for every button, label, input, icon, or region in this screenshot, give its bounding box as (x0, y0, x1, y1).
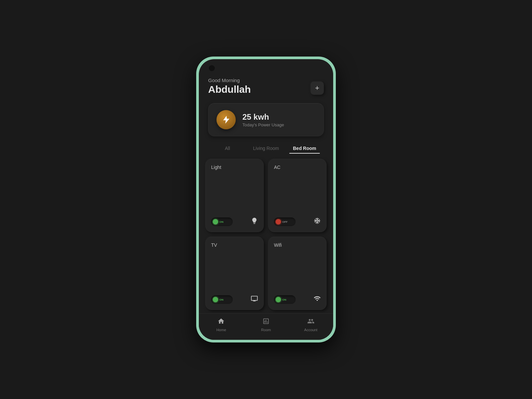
device-bottom-ac: OFF (274, 217, 321, 226)
tab-living-room[interactable]: Living Room (247, 143, 285, 154)
tab-all[interactable]: All (208, 143, 247, 154)
lightning-icon (221, 115, 231, 124)
nav-account[interactable]: Account (288, 318, 333, 332)
toggle-dot-light (213, 219, 218, 224)
tab-all-label: All (225, 146, 230, 151)
power-label: Today's Power Usage (242, 122, 284, 127)
light-icon (251, 217, 258, 226)
home-icon (217, 318, 225, 327)
device-card-ac[interactable]: AC OFF (268, 159, 327, 232)
toggle-label-tv: ON (219, 298, 223, 301)
nav-home[interactable]: Home (199, 318, 244, 332)
toggle-ac[interactable]: OFF (274, 217, 296, 226)
device-name-tv: TV (211, 242, 258, 248)
phone-outer: Good Morning Abdullah + 25 kwh Today's P… (196, 57, 336, 342)
nav-home-label: Home (216, 328, 226, 332)
wifi-icon (314, 295, 321, 304)
device-card-light[interactable]: Light ON (205, 159, 264, 232)
toggle-label-wifi: ON (282, 298, 286, 301)
device-name-ac: AC (274, 165, 321, 170)
device-card-wifi[interactable]: Wifi ON (268, 237, 327, 310)
account-icon (307, 318, 315, 327)
toggle-label-ac: OFF (282, 220, 288, 223)
tab-living-room-label: Living Room (253, 146, 279, 151)
device-name-light: Light (211, 165, 258, 170)
device-bottom-light: ON (211, 217, 258, 226)
greeting-section: Good Morning Abdullah (208, 77, 251, 95)
greeting-text: Good Morning (208, 77, 251, 83)
power-card: 25 kwh Today's Power Usage (208, 103, 324, 136)
camera-hole (209, 65, 215, 71)
toggle-dot-ac (276, 219, 281, 224)
header: Good Morning Abdullah + (199, 59, 333, 100)
nav-room[interactable]: Room (244, 318, 289, 332)
room-icon (262, 318, 270, 327)
user-name: Abdullah (208, 84, 251, 95)
room-tabs: All Living Room Bed Room (199, 143, 333, 154)
device-bottom-wifi: ON (274, 295, 321, 304)
add-button[interactable]: + (311, 81, 324, 95)
device-card-tv[interactable]: TV ON (205, 237, 264, 310)
toggle-dot-tv (213, 297, 218, 302)
toggle-label-light: ON (219, 220, 223, 223)
power-value: 25 kwh (242, 112, 284, 122)
toggle-wifi[interactable]: ON (274, 295, 296, 304)
screen-content: Good Morning Abdullah + 25 kwh Today's P… (199, 59, 333, 340)
nav-room-label: Room (261, 328, 271, 332)
device-name-wifi: Wifi (274, 242, 321, 248)
nav-account-label: Account (304, 328, 318, 332)
tab-bed-room[interactable]: Bed Room (285, 143, 324, 154)
power-icon-circle (216, 110, 236, 129)
tv-icon (251, 295, 258, 304)
bottom-nav: Home Room Account (199, 313, 333, 340)
phone-inner: Good Morning Abdullah + 25 kwh Today's P… (199, 59, 333, 340)
device-grid: Light ON AC (199, 159, 333, 310)
toggle-dot-wifi (276, 297, 281, 302)
toggle-light[interactable]: ON (211, 217, 233, 226)
ac-icon (314, 217, 321, 226)
tab-bed-room-label: Bed Room (293, 146, 316, 151)
device-bottom-tv: ON (211, 295, 258, 304)
toggle-tv[interactable]: ON (211, 295, 233, 304)
power-info: 25 kwh Today's Power Usage (242, 112, 284, 127)
